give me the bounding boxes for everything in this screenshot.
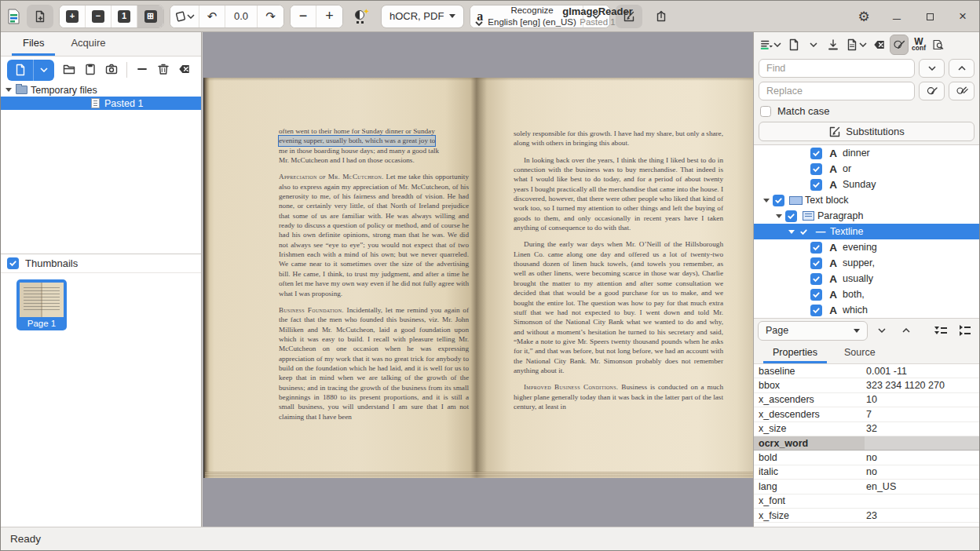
item-checkbox[interactable]: [810, 289, 822, 301]
settings-button[interactable]: ⚙: [855, 8, 872, 25]
item-checkbox[interactable]: [810, 305, 822, 316]
item-checkbox[interactable]: [810, 273, 822, 285]
rotate-right-button[interactable]: ↷: [258, 5, 283, 27]
match-case-checkbox[interactable]: [760, 106, 771, 117]
property-row[interactable]: bbox 323 234 1120 270: [754, 378, 979, 392]
preview-button[interactable]: [929, 35, 948, 55]
replace-input[interactable]: [759, 82, 915, 100]
rotate-left-button[interactable]: ↶: [199, 5, 225, 27]
item-checkbox[interactable]: [810, 179, 822, 191]
increase-button[interactable]: +: [316, 5, 342, 27]
property-row[interactable]: x_size 32: [754, 422, 979, 436]
confidence-toggle[interactable]: W conf: [909, 35, 928, 55]
property-row[interactable]: bold no: [754, 451, 979, 465]
replace-all-button[interactable]: [949, 82, 975, 100]
open-images-button[interactable]: [7, 60, 34, 81]
open-dropdown-button[interactable]: [34, 60, 54, 81]
property-row[interactable]: lang en_US: [754, 480, 979, 494]
property-row[interactable]: x_font: [754, 494, 979, 509]
ocr-mode-dropdown[interactable]: hOCR, PDF: [382, 5, 463, 27]
prev-item-button[interactable]: [896, 321, 916, 340]
edit-output-button[interactable]: [616, 5, 642, 28]
hocr-tree-row[interactable]: A — Paragraph: [754, 208, 979, 224]
expander-icon[interactable]: [763, 199, 770, 203]
expander-icon[interactable]: [788, 230, 795, 234]
hocr-tree-row[interactable]: A — which: [754, 302, 979, 318]
clear-output-button[interactable]: [870, 35, 889, 55]
close-button[interactable]: ×: [954, 8, 971, 25]
substitutions-button[interactable]: Substitutions: [759, 122, 975, 141]
open-folder-button[interactable]: [63, 63, 75, 78]
screenshot-button[interactable]: [105, 63, 118, 78]
zoom-out-button[interactable]: −: [86, 5, 112, 27]
replace-button[interactable]: [919, 82, 945, 100]
find-input[interactable]: [759, 59, 915, 78]
item-checkbox[interactable]: [810, 242, 822, 254]
tab-source[interactable]: Source: [835, 342, 885, 363]
find-next-button[interactable]: [919, 59, 945, 78]
remove-source-button[interactable]: [136, 63, 148, 78]
hocr-tree-row[interactable]: A — usually: [754, 271, 979, 286]
item-checkbox[interactable]: [785, 210, 797, 222]
hocr-tree-row[interactable]: A — evening: [754, 239, 979, 255]
expander-icon[interactable]: [5, 88, 12, 92]
find-replace-toggle[interactable]: [890, 35, 909, 55]
delete-source-button[interactable]: [157, 63, 170, 78]
property-row[interactable]: x_fsize 23: [754, 509, 979, 523]
rotation-spinbox[interactable]: 0.0: [225, 5, 258, 27]
source-folder-row[interactable]: Temporary files: [1, 83, 201, 97]
paste-button[interactable]: [84, 63, 97, 78]
property-row[interactable]: italic no: [754, 465, 979, 480]
find-prev-button[interactable]: [949, 59, 975, 78]
tab-properties[interactable]: Properties: [763, 342, 827, 363]
open-output-dropdown[interactable]: [804, 35, 823, 55]
item-checkbox[interactable]: [810, 163, 822, 175]
thumbnails-checkbox[interactable]: [7, 257, 19, 269]
next-item-button[interactable]: [872, 321, 892, 340]
item-checkbox[interactable]: [798, 226, 810, 238]
image-controls-button[interactable]: ✦: [349, 5, 375, 28]
hocr-tree-row[interactable]: A — both,: [754, 286, 979, 302]
hocr-tree-row[interactable]: A — or: [754, 161, 979, 177]
property-row[interactable]: x_ascenders 10: [754, 393, 979, 407]
hocr-tree-row[interactable]: A — Sunday: [754, 177, 979, 192]
tab-acquire[interactable]: Acquire: [60, 32, 116, 56]
save-output-button[interactable]: [824, 35, 843, 55]
decrease-button[interactable]: −: [291, 5, 316, 27]
maximize-button[interactable]: [921, 8, 938, 25]
zoom-fit-button[interactable]: ⊞: [137, 5, 163, 27]
tilted-page-icon: [174, 10, 187, 23]
item-checkbox[interactable]: [810, 257, 822, 269]
zoom-in-button[interactable]: +: [60, 5, 86, 27]
rotate-mode-button[interactable]: [170, 5, 199, 27]
minimize-button[interactable]: ─: [888, 10, 905, 27]
recognize-button[interactable]: a Recognize English [eng] (en_US): [470, 5, 583, 27]
source-file-row[interactable]: Pasted 1: [1, 97, 201, 110]
insert-mode-button[interactable]: [758, 35, 784, 55]
open-output-button[interactable]: [784, 35, 803, 55]
item-checkbox[interactable]: [810, 148, 822, 159]
property-row[interactable]: baseline 0.001 -11: [754, 364, 979, 378]
item-checkbox[interactable]: [773, 195, 784, 206]
collapse-all-button[interactable]: [955, 321, 975, 340]
recognize-dropdown-button[interactable]: [583, 5, 609, 27]
hocr-tree-row[interactable]: A — Text block: [754, 192, 979, 208]
open-split-button[interactable]: [7, 60, 54, 81]
page-selector-dropdown[interactable]: Page: [758, 321, 868, 341]
export-document-button[interactable]: [843, 35, 869, 55]
thumbnail-page-1[interactable]: Page 1: [16, 279, 67, 330]
hocr-tree-row[interactable]: A — dinner: [754, 145, 979, 161]
expand-all-button[interactable]: [931, 321, 951, 340]
property-row[interactable]: ocrx_word: [754, 436, 979, 451]
property-row[interactable]: x_descenders 7: [754, 407, 979, 421]
tab-files[interactable]: Files: [12, 32, 55, 56]
hocr-tree-row[interactable]: A — Textline: [754, 224, 979, 239]
hocr-tree-row[interactable]: A — supper,: [754, 255, 979, 271]
export-button[interactable]: [648, 5, 675, 28]
clear-sources-button[interactable]: [178, 63, 191, 78]
scanned-book-spread[interactable]: often went to their home for Sunday dinn…: [203, 78, 753, 478]
document-canvas[interactable]: often went to their home for Sunday dinn…: [203, 32, 755, 527]
zoom-original-button[interactable]: 1: [112, 5, 137, 27]
expander-icon[interactable]: [776, 214, 782, 218]
add-images-button[interactable]: [27, 5, 53, 28]
